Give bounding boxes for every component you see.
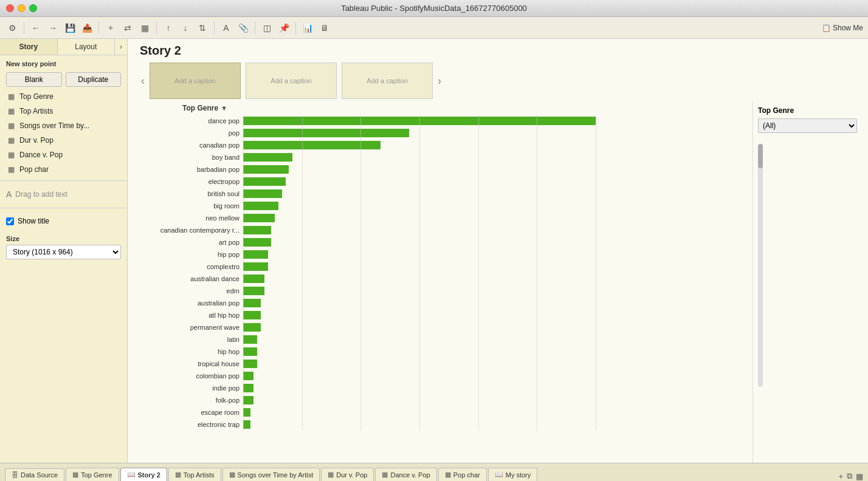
bar-row — [243, 236, 753, 248]
bar[interactable] — [243, 165, 289, 174]
bar[interactable] — [243, 177, 286, 186]
genre-label: dance pop — [134, 115, 239, 127]
bar[interactable] — [243, 214, 275, 222]
tab-layout[interactable]: Layout — [58, 39, 115, 55]
bar[interactable] — [243, 372, 253, 380]
sidebar-item-songs-over-time-by...[interactable]: ▦ Songs over Time by... — [0, 118, 127, 133]
bar[interactable] — [243, 141, 381, 149]
grid-view-icon[interactable]: ▦ — [856, 472, 863, 481]
bar[interactable] — [243, 287, 264, 295]
bar[interactable] — [243, 275, 264, 283]
bar-row — [243, 248, 753, 261]
bottom-tab-top-genre[interactable]: ▦Top Genre — [66, 468, 119, 481]
bar[interactable] — [243, 153, 292, 162]
bar[interactable] — [243, 384, 253, 392]
bottom-tab-dance-v.-pop[interactable]: ▦Dance v. Pop — [375, 468, 436, 481]
bottom-tab-story-2[interactable]: 📖Story 2 — [120, 468, 167, 481]
sidebar-item-dance-v.-pop[interactable]: ▦ Dance v. Pop — [0, 148, 127, 162]
bar[interactable] — [243, 129, 409, 137]
sort-auto[interactable]: ⇅ — [195, 21, 210, 35]
caption-prev[interactable]: ‹ — [137, 75, 148, 87]
pin-btn[interactable]: 📌 — [277, 21, 291, 35]
size-select[interactable]: Story (1016 x 964) — [6, 245, 121, 259]
save-button[interactable]: 💾 — [63, 21, 77, 35]
bar[interactable] — [243, 335, 257, 344]
sidebar-item-top-genre[interactable]: ▦ Top Genre — [0, 89, 127, 104]
duplicate-button[interactable]: Duplicate — [66, 72, 122, 87]
new-ds-button[interactable]: ＋ — [103, 21, 118, 35]
forward-button[interactable]: → — [46, 21, 60, 35]
sort-desc[interactable]: ↓ — [178, 21, 193, 35]
duplicate-sheet-icon[interactable]: ⧉ — [847, 471, 852, 481]
show-me-button[interactable]: 📋 Show Me — [822, 24, 863, 32]
bar[interactable] — [243, 347, 257, 356]
bar[interactable] — [243, 299, 261, 307]
genre-label: barbadian pop — [134, 163, 239, 176]
caption-box-1[interactable]: Add a caption — [246, 63, 337, 99]
swap-button[interactable]: ⇄ — [120, 21, 135, 35]
show-title-checkbox[interactable] — [6, 217, 14, 225]
tableau-icon[interactable]: ⚙ — [5, 21, 19, 35]
minimize-button[interactable] — [18, 4, 26, 12]
back-button[interactable]: ← — [29, 21, 43, 35]
filter-select[interactable]: (All) — [758, 118, 857, 133]
sidebar-item-label: Dance v. Pop — [19, 151, 63, 159]
sidebar-item-pop-char[interactable]: ▦ Pop char — [0, 162, 127, 177]
annotation-btn[interactable]: 📎 — [236, 21, 250, 35]
bottom-tab-data-source[interactable]: 🗄Data Source — [5, 468, 64, 481]
sort-asc[interactable]: ↑ — [161, 21, 176, 35]
sidebar-item-top-artists[interactable]: ▦ Top Artists — [0, 104, 127, 118]
highlight-btn[interactable]: A — [219, 21, 233, 35]
caption-box-0[interactable]: Add a caption — [150, 63, 241, 99]
publish-button[interactable]: 📤 — [80, 21, 94, 35]
bar[interactable] — [243, 323, 261, 332]
bar-row — [243, 285, 753, 297]
drag-text-area[interactable]: A Drag to add text — [0, 185, 127, 204]
bar[interactable] — [243, 250, 268, 259]
group-button[interactable]: ▦ — [137, 21, 152, 35]
genre-label: canadian pop — [134, 139, 239, 151]
bar[interactable] — [243, 238, 271, 247]
bar[interactable] — [243, 396, 253, 404]
filter-icon[interactable]: ▼ — [221, 104, 227, 112]
bar[interactable] — [243, 262, 268, 271]
size-section: Size Story (1016 x 964) — [0, 230, 127, 264]
add-sheet-icon[interactable]: + — [838, 472, 843, 481]
tab-label: Songs over Time by Artist — [238, 471, 314, 479]
bar[interactable] — [243, 408, 250, 417]
blank-button[interactable]: Blank — [6, 72, 62, 87]
genre-label: complextro — [134, 261, 239, 273]
bar[interactable] — [243, 117, 596, 125]
bar[interactable] — [243, 189, 282, 198]
bottom-tab-songs-over-time-by-artist[interactable]: ▦Songs over Time by Artist — [222, 468, 320, 481]
bottom-tab-pop-char[interactable]: ▦Pop char — [438, 468, 487, 481]
bar-row — [243, 346, 753, 358]
bar[interactable] — [243, 311, 261, 319]
bottom-tab-top-artists[interactable]: ▦Top Artists — [168, 468, 221, 481]
bar[interactable] — [243, 360, 257, 368]
bar-row — [243, 151, 753, 163]
chart-area: Top Genre ▼ dance poppopcanadian popboy … — [128, 101, 868, 463]
filter-scrollbar[interactable] — [758, 144, 763, 387]
viz-type-btn[interactable]: 📊 — [300, 21, 315, 35]
bottom-tab-dur-v.-pop[interactable]: ▦Dur v. Pop — [321, 468, 374, 481]
genre-label: permanent wave — [134, 321, 239, 333]
bottom-tab-my-story[interactable]: 📖My story — [488, 468, 538, 481]
chart-body: dance poppopcanadian popboy bandbarbadia… — [134, 115, 753, 431]
bar[interactable] — [243, 226, 271, 234]
bar[interactable] — [243, 202, 278, 210]
caption-next[interactable]: › — [434, 75, 445, 87]
caption-box-2[interactable]: Add a caption — [342, 63, 433, 99]
device-btn[interactable]: 🖥 — [317, 21, 332, 35]
separator-6 — [295, 22, 296, 34]
bar-row — [243, 297, 753, 309]
sidebar-close[interactable]: › — [115, 39, 127, 55]
sidebar-item-dur-v.-pop[interactable]: ▦ Dur v. Pop — [0, 133, 127, 148]
format-btn[interactable]: ◫ — [260, 21, 274, 35]
chart-container: Top Genre ▼ dance poppopcanadian popboy … — [134, 101, 753, 463]
close-button[interactable] — [6, 4, 14, 12]
maximize-button[interactable] — [29, 4, 37, 12]
bar[interactable] — [243, 420, 250, 429]
show-title-area[interactable]: Show title — [0, 212, 127, 230]
tab-story[interactable]: Story — [0, 39, 58, 55]
